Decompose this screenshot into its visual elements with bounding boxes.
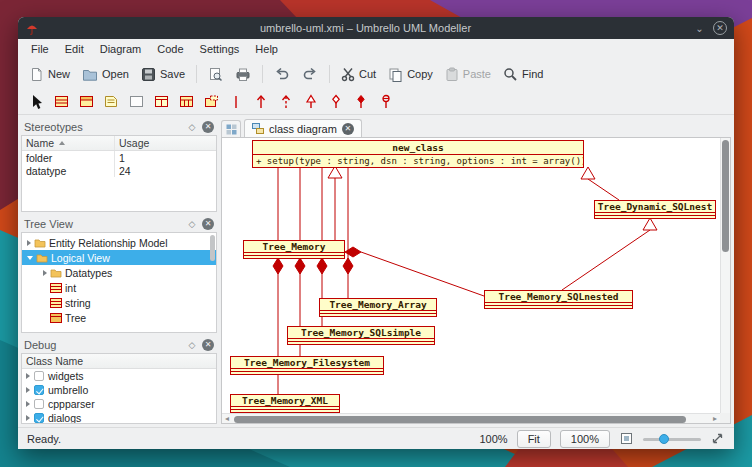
uml-class-tree-memory[interactable]: Tree_Memory (243, 240, 345, 259)
expander-icon[interactable] (26, 415, 30, 421)
expand-view-icon[interactable] (710, 431, 725, 446)
scroll-left-icon[interactable]: ◂ (222, 414, 232, 423)
print-preview-button[interactable] (203, 64, 228, 85)
expander-icon[interactable] (43, 270, 47, 276)
stereotypes-table-header[interactable]: Name Usage (22, 136, 216, 151)
folder-icon (34, 238, 46, 248)
uml-class-tree-memory-sqlnested[interactable]: Tree_Memory_SQLnested (484, 290, 633, 309)
close-tab-icon[interactable]: ✕ (342, 123, 354, 135)
copy-button[interactable]: Copy (383, 64, 438, 85)
object-tool-icon[interactable] (77, 92, 95, 112)
app-window: umbrello-uml.xmi – Umbrello UML Modeller… (18, 17, 734, 449)
note-tool-icon[interactable] (102, 92, 120, 112)
menu-settings[interactable]: Settings (192, 40, 248, 58)
vertical-scrollbar[interactable] (720, 138, 730, 413)
tree-item-int[interactable]: int (22, 280, 216, 295)
menu-code[interactable]: Code (149, 40, 191, 58)
open-button[interactable]: Open (77, 64, 134, 85)
menu-file[interactable]: File (23, 40, 57, 58)
association-tool-icon[interactable] (227, 92, 245, 112)
class-tool-icon[interactable] (52, 92, 70, 112)
zoom-page-icon[interactable] (619, 431, 634, 446)
tree-item-logical-view[interactable]: Logical View (22, 250, 216, 265)
undo-button[interactable] (269, 64, 295, 84)
diagram-list-icon[interactable] (221, 120, 241, 137)
redo-button[interactable] (297, 64, 323, 84)
print-button[interactable] (230, 64, 256, 85)
table-row[interactable]: folder 1 (22, 151, 216, 164)
menu-help[interactable]: Help (247, 40, 286, 58)
uml-class-tree-memory-filesystem[interactable]: Tree_Memory_Filesystem (230, 356, 384, 375)
containment-tool-icon[interactable] (377, 92, 395, 112)
tree-item-tree[interactable]: Tree (22, 310, 216, 325)
float-panel-icon[interactable]: ◇ (186, 339, 198, 351)
dependency-tool-icon[interactable] (277, 92, 295, 112)
shade-window-icon[interactable]: ⌄ (692, 21, 707, 36)
float-panel-icon[interactable]: ◇ (186, 121, 198, 133)
datatype-tool-icon[interactable] (177, 92, 195, 112)
cut-button[interactable]: Cut (336, 64, 381, 85)
debug-item-cppparser[interactable]: cppparser (22, 397, 216, 411)
stereotypes-panel-title: Stereotypes (24, 121, 182, 133)
horizontal-scrollbar-thumb[interactable] (234, 416, 686, 423)
tree-item-entity-relationship-model[interactable]: Entity Relationship Model (22, 235, 216, 250)
zoom-slider[interactable] (643, 432, 701, 446)
expander-icon[interactable] (27, 256, 33, 260)
close-panel-icon[interactable]: ✕ (202, 121, 214, 133)
aggregation-tool-icon[interactable] (327, 92, 345, 112)
debug-item-umbrello[interactable]: umbrello (22, 383, 216, 397)
uml-class-tree-dynamic-sqlnest[interactable]: Tree_Dynamic_SQLnest (594, 200, 716, 219)
paste-button[interactable]: Paste (440, 64, 496, 85)
checkbox-checked[interactable] (34, 413, 44, 423)
new-button[interactable]: New (24, 64, 75, 85)
uml-class-tree-memory-xml[interactable]: Tree_Memory_XML (230, 394, 340, 413)
debug-item-dialogs[interactable]: dialogs (22, 411, 216, 424)
save-button[interactable]: Save (136, 64, 190, 85)
close-panel-icon[interactable]: ✕ (202, 339, 214, 351)
horizontal-scrollbar[interactable]: ◂ ▸ (222, 413, 720, 423)
checkbox[interactable] (34, 371, 44, 381)
zoom-slider-track[interactable] (643, 438, 701, 441)
expander-icon[interactable] (27, 240, 31, 246)
vertical-scrollbar-thumb[interactable] (722, 140, 729, 252)
generalization-tool-icon[interactable] (302, 92, 320, 112)
titlebar[interactable]: umbrello-uml.xmi – Umbrello UML Modeller… (18, 17, 734, 39)
zoom-slider-handle[interactable] (659, 434, 669, 444)
checkbox[interactable] (34, 399, 44, 409)
checkbox-checked[interactable] (34, 385, 44, 395)
scroll-right-icon[interactable]: ▸ (710, 414, 720, 423)
tree-item-datatypes[interactable]: Datatypes (22, 265, 216, 280)
zoom-select-button[interactable]: 100% (560, 430, 610, 448)
float-panel-icon[interactable]: ◇ (186, 218, 198, 230)
uml-class-new-class[interactable]: new_class + setup(type : string, dsn : s… (252, 140, 584, 168)
expander-icon[interactable] (26, 387, 30, 393)
uml-class-tree-memory-array[interactable]: Tree_Memory_Array (319, 298, 437, 317)
entity-tool-icon[interactable] (152, 92, 170, 112)
pointer-tool-icon[interactable] (27, 92, 45, 112)
menubar: File Edit Diagram Code Settings Help (18, 39, 734, 59)
toolbar-separator (329, 65, 330, 83)
fit-button[interactable]: Fit (517, 430, 551, 448)
tab-class-diagram[interactable]: class diagram ✕ (244, 119, 362, 137)
template-tool-icon[interactable] (202, 92, 220, 112)
menu-diagram[interactable]: Diagram (92, 40, 150, 58)
uml-class-tree-memory-sqlsimple[interactable]: Tree_Memory_SQLsimple (287, 326, 435, 345)
find-button[interactable]: Find (498, 64, 548, 85)
diagram-canvas[interactable]: new_class + setup(type : string, dsn : s… (221, 137, 731, 424)
directed-association-tool-icon[interactable] (252, 92, 270, 112)
composition-tool-icon[interactable] (352, 92, 370, 112)
status-text: Ready. (27, 433, 61, 445)
close-window-icon[interactable]: ✕ (713, 21, 727, 35)
debug-column-header[interactable]: Class Name (22, 354, 216, 369)
tree-scrollbar-thumb[interactable] (210, 235, 215, 261)
class-icon (50, 313, 62, 323)
tree-item-string[interactable]: string (22, 295, 216, 310)
menu-edit[interactable]: Edit (57, 40, 92, 58)
close-panel-icon[interactable]: ✕ (202, 218, 214, 230)
expander-icon[interactable] (26, 373, 30, 379)
table-row[interactable]: datatype 24 (22, 164, 216, 177)
box-tool-icon[interactable] (127, 92, 145, 112)
new-document-icon (29, 67, 44, 82)
expander-icon[interactable] (26, 401, 30, 407)
debug-item-widgets[interactable]: widgets (22, 369, 216, 383)
